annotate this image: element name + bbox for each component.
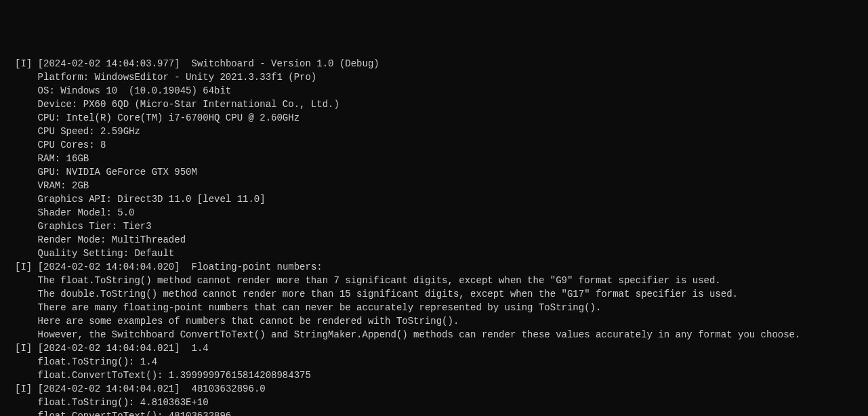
log-continuation-line: Platform: WindowsEditor - Unity 2021.3.3… xyxy=(15,70,868,84)
log-continuation-line: Device: PX60 6QD (Micro-Star Internation… xyxy=(15,98,868,111)
log-continuation-line: Here are some examples of numbers that c… xyxy=(15,314,868,328)
log-message: Floating-point numbers: xyxy=(180,262,323,272)
log-continuation-line: CPU: Intel(R) Core(TM) i7-6700HQ CPU @ 2… xyxy=(15,111,868,125)
log-continuation-line: float.ToString(): 4.810363E+10 xyxy=(15,396,868,409)
log-continuation-line: RAM: 16GB xyxy=(15,152,868,165)
log-continuation-line: CPU Cores: 8 xyxy=(15,138,868,152)
log-continuation-line: Graphics API: Direct3D 11.0 [level 11.0] xyxy=(15,192,868,206)
log-continuation-line: Render Mode: MultiThreaded xyxy=(15,233,868,247)
log-continuation-line: However, the Switchboard ConvertToText()… xyxy=(15,328,868,341)
log-entry-header: [I] [2024-02-02 14:04:04.021] 1.4 xyxy=(15,341,868,355)
log-continuation-line: float.ConvertToText(): 48103632896 xyxy=(15,409,868,416)
log-continuation-line: OS: Windows 10 (10.0.19045) 64bit xyxy=(15,84,868,98)
log-continuation-line: GPU: NVIDIA GeForce GTX 950M xyxy=(15,165,868,179)
log-continuation-line: float.ConvertToText(): 1.399999976158142… xyxy=(15,369,868,382)
log-timestamp: [2024-02-02 14:04:04.021] xyxy=(38,383,180,394)
log-timestamp: [2024-02-02 14:04:04.020] xyxy=(38,262,180,272)
log-continuation-line: The double.ToString() method cannot rend… xyxy=(15,287,868,301)
log-continuation-line: float.ToString(): 1.4 xyxy=(15,355,868,369)
log-message: Switchboard - Version 1.0 (Debug) xyxy=(180,58,379,69)
log-level-tag: [I] xyxy=(15,383,32,394)
log-output: [I] [2024-02-02 14:04:03.977] Switchboar… xyxy=(0,57,868,416)
log-continuation-line: The float.ToString() method cannot rende… xyxy=(15,274,868,287)
log-continuation-line: CPU Speed: 2.59GHz xyxy=(15,125,868,138)
log-entry-header: [I] [2024-02-02 14:04:03.977] Switchboar… xyxy=(15,57,868,70)
log-level-tag: [I] xyxy=(15,343,32,354)
log-continuation-line: Quality Setting: Default xyxy=(15,247,868,260)
log-message: 1.4 xyxy=(180,343,209,354)
log-continuation-line: Graphics Tier: Tier3 xyxy=(15,220,868,233)
log-entry-header: [I] [2024-02-02 14:04:04.021] 4810363289… xyxy=(15,382,868,396)
log-level-tag: [I] xyxy=(15,58,32,69)
log-message: 48103632896.0 xyxy=(180,383,266,394)
log-continuation-line: There are many floating-point numbers th… xyxy=(15,301,868,314)
log-level-tag: [I] xyxy=(15,262,32,272)
log-timestamp: [2024-02-02 14:04:04.021] xyxy=(38,343,180,354)
log-entry-header: [I] [2024-02-02 14:04:04.020] Floating-p… xyxy=(15,260,868,274)
log-timestamp: [2024-02-02 14:04:03.977] xyxy=(38,58,180,69)
log-continuation-line: VRAM: 2GB xyxy=(15,179,868,192)
log-continuation-line: Shader Model: 5.0 xyxy=(15,206,868,220)
